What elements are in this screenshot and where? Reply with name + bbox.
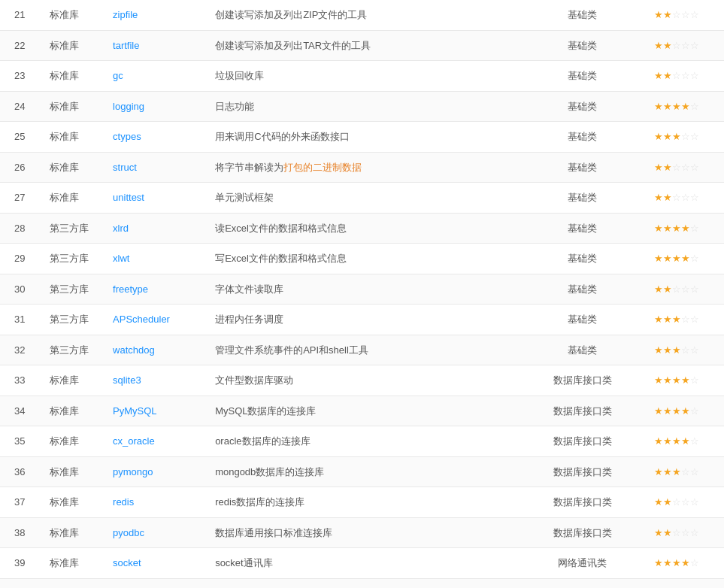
module-category: 基础类	[535, 152, 630, 183]
module-description: 数据库通用接口标准连接库	[204, 517, 535, 548]
module-category: 基础类	[535, 305, 630, 335]
module-description: 单元测试框架	[204, 183, 535, 214]
library-type: 标准库	[39, 152, 102, 183]
module-name[interactable]: ctypes	[102, 122, 204, 153]
table-row: 31第三方库APScheduler进程内任务调度基础类★★★☆☆	[0, 305, 724, 335]
row-id: 21	[0, 0, 39, 30]
table-row: 27标准库unittest单元测试框架基础类★★☆☆☆	[0, 183, 724, 214]
module-name[interactable]: redis	[102, 487, 204, 518]
row-id: 35	[0, 426, 39, 457]
module-name[interactable]: xlwt	[102, 244, 204, 274]
module-stars: ★★★★☆	[629, 426, 724, 457]
table-row: 33标准库sqlite3文件型数据库驱动数据库接口类★★★★☆	[0, 365, 724, 396]
row-id: 40	[0, 578, 39, 588]
module-category: 基础类	[535, 91, 630, 122]
table-row: 30第三方库freetype字体文件读取库基础类★★☆☆☆	[0, 274, 724, 305]
module-stars: ★★★★☆	[629, 91, 724, 122]
module-stars: ★★☆☆☆	[629, 487, 724, 518]
table-row: 39标准库socketsocket通讯库网络通讯类★★★★☆	[0, 548, 724, 579]
module-name[interactable]: watchdog	[102, 335, 204, 365]
table-row: 38标准库pyodbc数据库通用接口标准连接库数据库接口类★★☆☆☆	[0, 517, 724, 548]
module-description: 日志功能	[204, 91, 535, 122]
library-type: 标准库	[39, 61, 102, 92]
module-name[interactable]: socketserver	[102, 578, 204, 588]
module-stars: ★★★★☆	[629, 244, 724, 274]
module-stars: ★★☆☆☆	[629, 61, 724, 92]
library-type: 标准库	[39, 183, 102, 214]
library-type: 标准库	[39, 0, 102, 30]
library-type: 第三方库	[39, 305, 102, 335]
row-id: 27	[0, 183, 39, 214]
module-name[interactable]: socket	[102, 548, 204, 579]
row-id: 34	[0, 396, 39, 426]
module-description: oracle数据库的连接库	[204, 426, 535, 457]
library-type: 第三方库	[39, 274, 102, 305]
table-row: 26标准库struct将字节串解读为打包的二进制数据基础类★★☆☆☆	[0, 152, 724, 183]
module-description: 创建读写添加及列出TAR文件的工具	[204, 30, 535, 61]
module-category: 基础类	[535, 335, 630, 365]
row-id: 33	[0, 365, 39, 396]
table-row: 35标准库cx_oracleoracle数据库的连接库数据库接口类★★★★☆	[0, 426, 724, 457]
module-category: 数据库接口类	[535, 487, 630, 518]
module-description: 字体文件读取库	[204, 274, 535, 305]
row-id: 30	[0, 274, 39, 305]
module-stars: ★★★★☆	[629, 396, 724, 426]
module-name[interactable]: pymongo	[102, 456, 204, 487]
module-description: 文件型数据库驱动	[204, 365, 535, 396]
module-name[interactable]: APScheduler	[102, 305, 204, 335]
library-type: 标准库	[39, 122, 102, 153]
module-name[interactable]: unittest	[102, 183, 204, 214]
table-row: 25标准库ctypes用来调用C代码的外来函数接口基础类★★★☆☆	[0, 122, 724, 153]
module-stars: ★★☆☆☆	[629, 517, 724, 548]
module-description: socket服务器	[204, 578, 535, 588]
module-stars: ★★★★☆	[629, 365, 724, 396]
module-category: 网络通讯类	[535, 548, 630, 579]
table-row: 28第三方库xlrd读Excel文件的数据和格式信息基础类★★★★☆	[0, 213, 724, 244]
module-name[interactable]: zipfile	[102, 0, 204, 30]
row-id: 26	[0, 152, 39, 183]
module-description: 进程内任务调度	[204, 305, 535, 335]
module-name[interactable]: gc	[102, 61, 204, 92]
library-type: 标准库	[39, 456, 102, 487]
module-category: 数据库接口类	[535, 365, 630, 396]
module-stars: ★★☆☆☆	[629, 183, 724, 214]
library-type: 标准库	[39, 517, 102, 548]
table-row: 32第三方库watchdog管理文件系统事件的API和shell工具基础类★★★…	[0, 335, 724, 365]
library-type: 标准库	[39, 365, 102, 396]
table-row: 40标准库socketserversocket服务器网络通讯类★★★☆☆	[0, 578, 724, 588]
row-id: 39	[0, 548, 39, 579]
module-description: socket通讯库	[204, 548, 535, 579]
row-id: 32	[0, 335, 39, 365]
row-id: 28	[0, 213, 39, 244]
module-stars: ★★★☆☆	[629, 578, 724, 588]
module-description: 垃圾回收库	[204, 61, 535, 92]
module-description: redis数据库的连接库	[204, 487, 535, 518]
module-stars: ★★☆☆☆	[629, 152, 724, 183]
row-id: 37	[0, 487, 39, 518]
library-type: 第三方库	[39, 213, 102, 244]
module-name[interactable]: freetype	[102, 274, 204, 305]
table-row: 36标准库pymongomongodb数据库的连接库数据库接口类★★★☆☆	[0, 456, 724, 487]
module-name[interactable]: sqlite3	[102, 365, 204, 396]
module-stars: ★★☆☆☆	[629, 0, 724, 30]
module-name[interactable]: logging	[102, 91, 204, 122]
module-category: 基础类	[535, 244, 630, 274]
module-category: 基础类	[535, 213, 630, 244]
module-description: MySQL数据库的连接库	[204, 396, 535, 426]
module-stars: ★★★★☆	[629, 548, 724, 579]
library-type: 标准库	[39, 91, 102, 122]
table-row: 34标准库PyMySQLMySQL数据库的连接库数据库接口类★★★★☆	[0, 396, 724, 426]
library-type: 第三方库	[39, 335, 102, 365]
module-name[interactable]: tartfile	[102, 30, 204, 61]
row-id: 23	[0, 61, 39, 92]
module-name[interactable]: struct	[102, 152, 204, 183]
module-name[interactable]: cx_oracle	[102, 426, 204, 457]
module-name[interactable]: pyodbc	[102, 517, 204, 548]
library-table: 21标准库zipfile创建读写添加及列出ZIP文件的工具基础类★★☆☆☆22标…	[0, 0, 724, 588]
module-name[interactable]: PyMySQL	[102, 396, 204, 426]
table-row: 23标准库gc垃圾回收库基础类★★☆☆☆	[0, 61, 724, 92]
module-stars: ★★★☆☆	[629, 456, 724, 487]
library-type: 标准库	[39, 548, 102, 579]
library-type: 标准库	[39, 487, 102, 518]
module-name[interactable]: xlrd	[102, 213, 204, 244]
